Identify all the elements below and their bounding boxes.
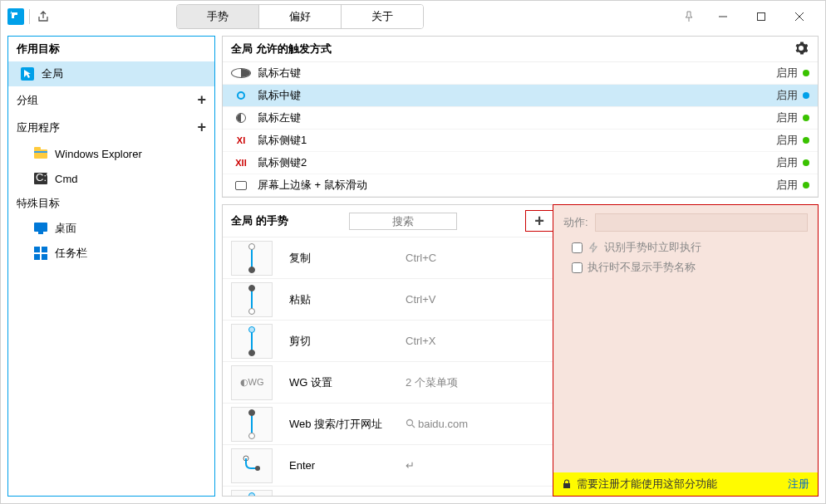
gesture-row[interactable]: 复制 Ctrl+C — [223, 237, 553, 279]
trigger-icon — [231, 68, 251, 78]
gesture-list: 复制 Ctrl+C 粘贴 Ctrl+V 剪切 Ctrl+X◐WG WG 设置 2… — [223, 237, 553, 496]
svg-text:C:\: C:\ — [36, 173, 47, 183]
status-dot — [803, 70, 809, 76]
gesture-name: WG 设置 — [289, 375, 406, 390]
gesture-glyph — [231, 282, 273, 317]
tab-about[interactable]: 关于 — [341, 5, 423, 28]
gesture-name: 复制 — [289, 251, 406, 266]
trigger-status: 启用 — [776, 88, 798, 103]
close-button[interactable] — [780, 2, 819, 32]
gesture-glyph — [231, 407, 273, 442]
register-link[interactable]: 注册 — [788, 477, 809, 492]
svg-point-16 — [407, 420, 413, 426]
app-icon — [7, 8, 24, 25]
search-input[interactable] — [349, 213, 457, 230]
status-dot — [803, 92, 809, 99]
gesture-glyph — [231, 448, 273, 483]
tab-pref[interactable]: 偏好 — [258, 5, 341, 28]
gesture-shortcut: Ctrl+C — [406, 252, 436, 264]
gesture-row[interactable]: 剪切 Ctrl+X — [223, 321, 553, 362]
sidebar-group-group[interactable]: 分组 + — [8, 86, 214, 114]
plus-icon[interactable]: + — [197, 119, 206, 136]
sidebar-item-label: Windows Explorer — [55, 148, 142, 160]
gesture-row[interactable]: ◐WG WG 设置 2 个菜单项 — [223, 362, 553, 404]
taskbar-icon — [33, 246, 48, 261]
trigger-panel: 全局 允许的触发方式 鼠标右键 启用 鼠标中键 启用 鼠标左键 启用 XI 鼠标… — [222, 36, 819, 198]
trigger-icon — [231, 113, 251, 123]
explorer-icon — [33, 146, 48, 161]
gear-icon[interactable] — [794, 42, 809, 56]
trigger-row[interactable]: XI 鼠标侧键1 启用 — [223, 130, 818, 152]
svg-rect-14 — [34, 254, 40, 260]
divider — [29, 9, 30, 24]
checkbox[interactable] — [572, 262, 583, 273]
sidebar-item-label: Cmd — [55, 173, 77, 185]
svg-rect-13 — [42, 247, 47, 252]
gesture-row[interactable]: 粘贴 Ctrl+V — [223, 279, 553, 321]
gesture-shortcut: Ctrl+V — [406, 293, 435, 306]
pin-icon[interactable] — [674, 2, 704, 32]
main-tabs: 手势 偏好 关于 — [176, 4, 424, 29]
check-hidename[interactable]: 执行时不显示手势名称 — [563, 260, 808, 275]
trigger-name: 鼠标侧键1 — [258, 133, 776, 148]
gesture-row[interactable]: Enter ↵ — [223, 445, 553, 487]
check-immediate[interactable]: 识别手势时立即执行 — [563, 240, 808, 255]
sidebar-item-app[interactable]: C:\ Cmd — [8, 166, 214, 191]
sidebar-item-label: 桌面 — [55, 221, 76, 236]
action-panel: 动作: 识别手势时立即执行 执行时不显示手势名称 — [553, 204, 819, 497]
sidebar-item-global[interactable]: 全局 — [8, 61, 214, 86]
sidebar-item-app[interactable]: Windows Explorer — [8, 141, 214, 166]
svg-rect-12 — [34, 247, 40, 252]
trigger-name: 鼠标左键 — [258, 110, 776, 125]
trigger-icon — [231, 181, 251, 190]
gesture-row[interactable]: Web 搜索/打开网址 baidu.com — [223, 404, 553, 445]
sidebar-header: 作用目标 — [8, 37, 214, 61]
gesture-list-panel: 全局 的手势 + 复制 Ctrl+C 粘贴 Ctrl+V 剪切 Ctrl+X◐W… — [222, 204, 553, 497]
trigger-status: 启用 — [776, 133, 798, 148]
svg-line-17 — [412, 425, 415, 428]
svg-rect-5 — [34, 149, 47, 159]
sidebar-item-label: 全局 — [42, 66, 63, 81]
gesture-row[interactable]: 粘贴并 Enter Ctrl+V ↵ — [223, 487, 553, 496]
svg-rect-11 — [38, 232, 43, 234]
add-gesture-button[interactable]: + — [525, 210, 553, 232]
gesture-shortcut: 2 个菜单项 — [406, 375, 458, 390]
minimize-button[interactable] — [704, 2, 742, 32]
gesture-shortcut: ↵ — [406, 459, 415, 472]
register-notice: 需要注册才能使用这部分功能 注册 — [553, 472, 818, 496]
sidebar-item-desktop[interactable]: 桌面 — [8, 216, 214, 241]
gesture-name: Web 搜索/打开网址 — [289, 417, 406, 432]
trigger-row[interactable]: 鼠标中键 启用 — [223, 85, 818, 107]
checkbox[interactable] — [572, 242, 583, 253]
svg-rect-6 — [34, 147, 41, 150]
plus-icon[interactable]: + — [197, 91, 206, 109]
gesture-panel-title: 全局 的手势 — [231, 213, 288, 228]
check-label: 识别手势时立即执行 — [604, 240, 701, 255]
share-icon[interactable] — [35, 8, 52, 25]
check-label: 执行时不显示手势名称 — [588, 260, 696, 275]
gesture-name: Enter — [289, 459, 406, 472]
sidebar-group-special: 特殊目标 — [8, 191, 214, 216]
sidebar-item-taskbar[interactable]: 任务栏 — [8, 241, 214, 266]
svg-point-19 — [255, 466, 260, 471]
trigger-status: 启用 — [776, 155, 798, 170]
trigger-row[interactable]: 鼠标右键 启用 — [223, 62, 818, 85]
status-dot — [803, 115, 809, 121]
trigger-row[interactable]: XII 鼠标侧键2 启用 — [223, 152, 818, 174]
action-select[interactable] — [595, 213, 808, 232]
trigger-row[interactable]: 屏幕上边缘 + 鼠标滑动 启用 — [223, 174, 818, 197]
trigger-name: 鼠标右键 — [258, 66, 776, 81]
gesture-name: 粘贴 — [289, 292, 406, 307]
desktop-icon — [33, 221, 48, 236]
lightning-icon — [588, 242, 599, 253]
svg-rect-15 — [42, 254, 47, 260]
trigger-row[interactable]: 鼠标左键 启用 — [223, 107, 818, 130]
trigger-status: 启用 — [776, 110, 798, 125]
gesture-glyph — [231, 241, 273, 276]
sidebar-group-apps[interactable]: 应用程序 + — [8, 114, 214, 141]
maximize-button[interactable] — [742, 2, 780, 32]
trigger-status: 启用 — [776, 178, 798, 193]
trigger-name: 屏幕上边缘 + 鼠标滑动 — [258, 178, 776, 193]
cmd-icon: C:\ — [33, 171, 48, 186]
tab-gesture[interactable]: 手势 — [177, 5, 258, 28]
